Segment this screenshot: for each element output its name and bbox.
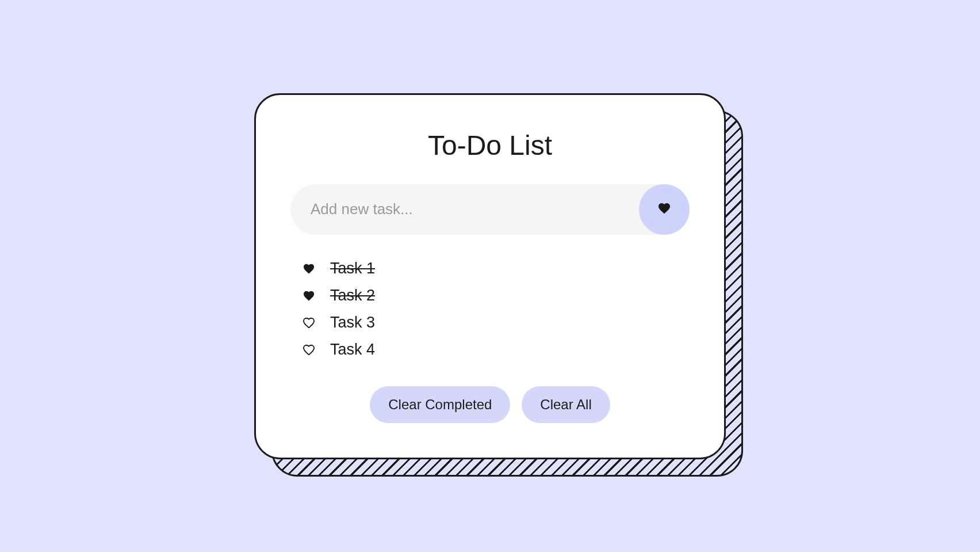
heart-filled-icon[interactable] [302,288,316,302]
task-item: Task 2 [302,282,678,309]
task-list: Task 1Task 2Task 3Task 4 [290,255,690,363]
clear-completed-button[interactable]: Clear Completed [370,386,510,423]
task-label[interactable]: Task 4 [330,341,375,359]
heart-icon [657,201,671,218]
task-item: Task 3 [302,309,678,336]
clear-all-button[interactable]: Clear All [522,386,610,423]
app-container: To-Do List Task 1Task 2Task 3Task 4 Clea… [254,93,726,459]
task-item: Task 4 [302,336,678,363]
heart-outline-icon[interactable] [302,342,316,356]
task-label[interactable]: Task 1 [330,260,375,277]
input-row [290,184,690,235]
main-card: To-Do List Task 1Task 2Task 3Task 4 Clea… [254,93,726,459]
action-buttons-row: Clear Completed Clear All [290,386,690,423]
heart-filled-icon[interactable] [302,261,316,275]
heart-outline-icon[interactable] [302,315,316,329]
task-item: Task 1 [302,255,678,282]
task-label[interactable]: Task 2 [330,287,375,304]
add-task-button[interactable] [639,184,690,235]
new-task-input[interactable] [290,184,639,234]
task-label[interactable]: Task 3 [330,314,375,332]
page-title: To-Do List [290,130,690,161]
